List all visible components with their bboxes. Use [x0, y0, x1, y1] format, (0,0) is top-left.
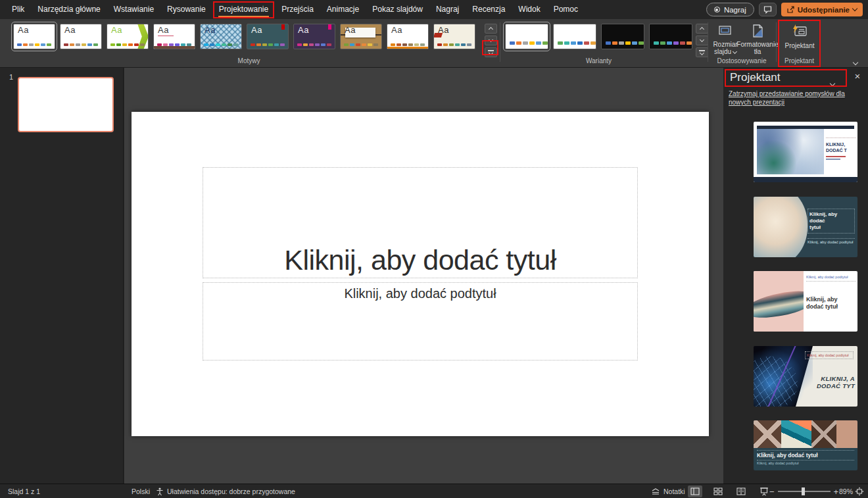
menu-tab-pomoc[interactable]: Pomoc [547, 0, 585, 19]
designer-group-label: Projektant [779, 57, 820, 64]
subtitle-placeholder[interactable]: Kliknij, aby dodać podtytuł [203, 282, 638, 361]
designer-pane-close-button[interactable]: × [852, 70, 863, 82]
chevron-down-icon [853, 60, 858, 65]
theme-office[interactable]: Aa [13, 24, 55, 49]
menu-tab-przejścia[interactable]: Przejścia [275, 0, 320, 19]
design-suggestion-watercolor[interactable]: KLIKNIJ,DODAĆ T [754, 122, 857, 182]
theme-color-swatches [437, 43, 471, 46]
theme-color-swatches [510, 41, 548, 45]
theme-sample-text: Aa [205, 25, 216, 35]
themes-scroll-up-button[interactable] [485, 24, 497, 34]
variants-more-button[interactable] [696, 47, 708, 57]
notes-button[interactable]: Notatki [651, 484, 685, 498]
slide-editor[interactable]: Kliknij, aby dodać tytuł Kliknij, aby do… [132, 112, 709, 436]
menu-tab-projektowanie[interactable]: Projektowanie [212, 0, 275, 19]
collapse-ribbon-button[interactable] [854, 55, 857, 67]
theme-ion[interactable]: Aa [247, 24, 289, 49]
variants-scroll-up-button[interactable] [696, 24, 708, 34]
thumbnail-art [754, 271, 804, 332]
slide-size-button[interactable]: Rozmiar slajdu [710, 22, 740, 59]
variant-4[interactable] [649, 24, 692, 49]
customize-group-label: Dostosowywanie [709, 57, 775, 64]
language-indicator[interactable]: Polski [132, 484, 150, 498]
thumbnail-art [826, 156, 856, 160]
zoom-level[interactable]: 89% [839, 484, 853, 498]
view-switcher [688, 484, 771, 498]
slide-number: 1 [9, 73, 13, 81]
thumbnail-text-area: Kliknij, aby dodać podtytuł Kliknij, aby… [806, 274, 856, 329]
thumbnail-text-area: KLIKNIJ, ADODAĆ TYT [797, 375, 855, 389]
slide-sorter-view-button[interactable] [711, 486, 725, 497]
theme-sample-text: Aa [345, 25, 356, 35]
chevron-down-icon [830, 81, 835, 86]
themes-scroll-down-button[interactable] [485, 36, 497, 45]
zoom-slider[interactable] [778, 491, 831, 492]
record-label: Nagraj [724, 6, 746, 14]
menu-tab-narzędzia-główne[interactable]: Narzędzia główne [31, 0, 107, 19]
theme-ion-boardroom[interactable]: Aa [293, 24, 335, 49]
menu-tab-recenzja[interactable]: Recenzja [466, 0, 512, 19]
stop-ideas-link[interactable]: Zatrzymaj przedstawianie pomysłów dla no… [729, 89, 864, 107]
record-button[interactable]: Nagraj [706, 3, 754, 16]
slide-thumbnail-1[interactable] [18, 77, 114, 132]
thumbnail-art [754, 197, 808, 257]
design-suggestion-teal-luster[interactable]: Kliknij, aby dodaćtytuł Kliknij, aby dod… [754, 197, 857, 257]
theme-sample-text: Aa [158, 25, 169, 35]
theme-facet[interactable]: Aa [107, 24, 149, 49]
theme-sample-text: Aa [18, 25, 29, 35]
themes-more-button[interactable] [485, 47, 497, 57]
reading-view-button[interactable] [734, 486, 748, 497]
designer-button[interactable]: Projektant [781, 22, 818, 59]
theme-integral[interactable]: Aa [200, 24, 242, 49]
thumbnail-text-area: Kliknij, aby dodać tytuł Kliknij, aby do… [754, 448, 857, 470]
comments-button[interactable] [759, 3, 777, 16]
menu-tab-rysowanie[interactable]: Rysowanie [160, 0, 212, 19]
theme-sample-text: Aa [64, 25, 76, 35]
design-suggestion-network-globe[interactable]: Kliknij, aby dodać podtytuł KLIKNIJ, ADO… [754, 346, 857, 407]
chevron-down-icon [733, 49, 737, 54]
theme-theme-4[interactable]: Aa [153, 24, 195, 49]
theme-theme-2[interactable]: Aa [60, 24, 102, 49]
menu-tab-widok[interactable]: Widok [512, 0, 546, 19]
theme-organic[interactable]: Aa [340, 24, 382, 49]
group-separator [776, 22, 777, 62]
theme-color-swatches [110, 43, 145, 46]
theme-retrospect[interactable]: Aa [387, 24, 429, 49]
design-suggestion-gift-boxes[interactable]: Kliknij, aby dodać tytuł Kliknij, aby do… [754, 420, 857, 470]
normal-view-button[interactable] [688, 486, 702, 497]
theme-wisp[interactable]: Aa [433, 24, 475, 49]
design-suggestion-pink-wave[interactable]: Kliknij, aby dodać podtytuł Kliknij, aby… [754, 271, 857, 332]
theme-sample-text: Aa [391, 25, 402, 35]
share-button[interactable]: Udostępnianie [781, 3, 863, 16]
variants-gallery [505, 24, 692, 49]
menu-tab-nagraj[interactable]: Nagraj [429, 0, 466, 19]
designer-pane-menu-button[interactable] [831, 76, 834, 88]
variant-2[interactable] [553, 24, 596, 49]
menu-tab-pokaz-slajdów[interactable]: Pokaz slajdów [366, 0, 429, 19]
themes-group-label: Motywy [13, 57, 485, 64]
theme-color-swatches [251, 43, 285, 46]
accessibility-icon [156, 487, 164, 496]
slides-panel: 1 [0, 68, 124, 484]
format-background-button[interactable]: Formatowanie tła [740, 22, 775, 59]
menu-tab-wstawianie[interactable]: Wstawianie [107, 0, 160, 19]
variants-scroll-down-button[interactable] [696, 36, 708, 45]
zoom-slider-handle[interactable] [802, 487, 805, 495]
thumbnail-text-area: Kliknij, aby dodać podtytuł [805, 351, 854, 359]
title-placeholder[interactable]: Kliknij, aby dodać tytuł [203, 167, 638, 278]
theme-color-swatches [654, 41, 692, 45]
zoom-out-button[interactable]: − [769, 487, 775, 497]
fit-to-window-button[interactable] [855, 484, 864, 498]
chevron-up-icon [489, 27, 493, 32]
zoom-in-button[interactable]: + [834, 487, 839, 497]
chevron-down-icon [700, 51, 704, 55]
accessibility-status[interactable]: Ułatwienia dostępu: dobrze przygotowane [156, 484, 295, 498]
menu-tab-animacje[interactable]: Animacje [320, 0, 366, 19]
menu-tab-plik[interactable]: Plik [5, 0, 31, 19]
thumbnail-art [757, 129, 824, 174]
theme-color-swatches [391, 43, 425, 46]
chevron-down-icon [489, 37, 493, 42]
variant-3[interactable] [601, 24, 644, 49]
variant-1[interactable] [505, 24, 548, 49]
group-separator [500, 22, 500, 62]
